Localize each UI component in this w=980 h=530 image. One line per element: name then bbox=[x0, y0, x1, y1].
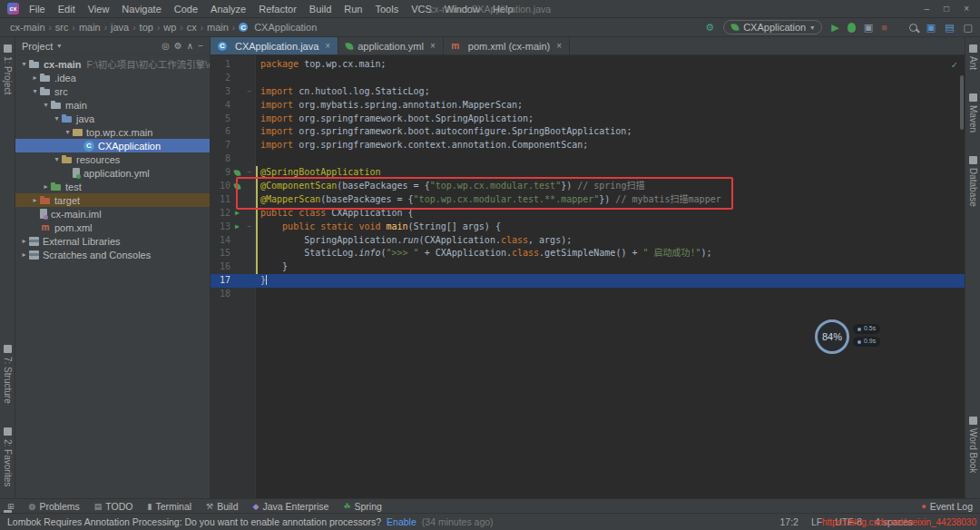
line-number[interactable]: 6 bbox=[211, 125, 230, 139]
line-number[interactable]: 2 bbox=[211, 72, 230, 85]
coverage-icon[interactable]: ▣ bbox=[864, 23, 873, 33]
menu-tools[interactable]: Tools bbox=[368, 3, 405, 15]
search-icon[interactable] bbox=[909, 24, 917, 32]
tool-window-button-todo[interactable]: ▤TODO bbox=[94, 501, 133, 512]
tool-stripe-button-word-book[interactable]: Word Book bbox=[968, 417, 978, 473]
project-panel-title[interactable]: Project bbox=[22, 41, 53, 52]
split-window-icon[interactable]: ▤ bbox=[945, 23, 954, 33]
line-number[interactable]: 5 bbox=[211, 113, 230, 126]
line-ending[interactable]: LF bbox=[811, 516, 822, 527]
chevron-expanded-icon[interactable]: ▾ bbox=[30, 87, 40, 95]
fold-collapse-icon[interactable]: − bbox=[244, 221, 255, 234]
tab-pom-xml-cx-main[interactable]: mpom.xml (cx-main)× bbox=[444, 37, 570, 54]
tab-application-yml[interactable]: application.yml× bbox=[338, 37, 444, 54]
tool-stripe-button-2-favorites[interactable]: 2: Favorites bbox=[3, 427, 13, 486]
breadcrumb-item-src[interactable]: src bbox=[53, 22, 72, 33]
breadcrumb-item-main[interactable]: main bbox=[204, 22, 231, 33]
run-icon[interactable]: ▶ bbox=[831, 23, 838, 33]
menu-run[interactable]: Run bbox=[338, 3, 368, 15]
tree-item-external-libraries[interactable]: ▸External Libraries bbox=[15, 234, 210, 248]
tool-window-button-terminal[interactable]: ▮Terminal bbox=[147, 501, 191, 512]
spring-bean-gutter-icon[interactable] bbox=[233, 170, 240, 177]
code-line-7[interactable]: 7import org.springframework.context.anno… bbox=[211, 139, 965, 152]
close-button[interactable]: × bbox=[964, 4, 969, 14]
tree-item-main[interactable]: ▾main bbox=[15, 98, 210, 112]
tool-window-switcher-icon[interactable]: ⊞ bbox=[7, 502, 15, 511]
tool-window-button-java-enterprise[interactable]: ◆Java Enterprise bbox=[253, 501, 329, 512]
close-tab-icon[interactable]: × bbox=[430, 41, 436, 51]
tree-item-cx-main-iml[interactable]: cx-main.iml bbox=[15, 207, 210, 221]
menu-analyze[interactable]: Analyze bbox=[204, 3, 252, 15]
run-config-select[interactable]: CXApplication ▾ bbox=[723, 20, 822, 34]
tree-item-top-wp-cx-main[interactable]: ▾top.wp.cx.main bbox=[15, 125, 210, 139]
line-number[interactable]: 12 bbox=[211, 207, 230, 221]
line-number[interactable]: 9 bbox=[211, 166, 230, 180]
locate-file-icon[interactable]: ◎ bbox=[162, 41, 170, 51]
line-number[interactable]: 3 bbox=[211, 85, 230, 99]
close-tab-icon[interactable]: × bbox=[556, 41, 562, 51]
fold-collapse-icon[interactable]: − bbox=[244, 85, 255, 99]
menu-refactor[interactable]: Refactor bbox=[252, 3, 303, 15]
tool-stripe-button-1-project[interactable]: 1: Project bbox=[3, 44, 13, 94]
breadcrumb-item-top[interactable]: top bbox=[137, 22, 156, 33]
chevron-expanded-icon[interactable]: ▾ bbox=[52, 114, 62, 123]
chevron-collapsed-icon[interactable]: ▸ bbox=[41, 182, 51, 191]
collapse-all-icon[interactable]: ∧ bbox=[187, 41, 193, 51]
line-number[interactable]: 14 bbox=[211, 234, 230, 248]
chevron-expanded-icon[interactable]: ▾ bbox=[63, 128, 73, 136]
line-number[interactable]: 15 bbox=[211, 247, 230, 260]
code-line-1[interactable]: 1package top.wp.cx.main; bbox=[211, 58, 965, 72]
menu-code[interactable]: Code bbox=[168, 3, 204, 15]
settings-gear-icon[interactable]: ⚙ bbox=[174, 41, 182, 51]
line-number[interactable]: 1 bbox=[211, 58, 230, 72]
line-number[interactable]: 17 bbox=[211, 274, 230, 288]
line-number[interactable]: 16 bbox=[211, 260, 230, 274]
breadcrumb-item-cxapplication[interactable]: CCXApplication bbox=[236, 22, 319, 33]
tool-stripe-button-7-structure[interactable]: 7: Structure bbox=[3, 345, 13, 404]
code-line-17[interactable]: 17} bbox=[211, 274, 965, 288]
line-number[interactable]: 18 bbox=[211, 288, 230, 301]
debug-icon[interactable] bbox=[848, 23, 856, 33]
chevron-collapsed-icon[interactable]: ▸ bbox=[19, 250, 29, 259]
close-tab-icon[interactable]: × bbox=[325, 41, 330, 51]
code-line-8[interactable]: 8 bbox=[211, 152, 965, 166]
tree-item-resources[interactable]: ▾resources bbox=[15, 152, 210, 166]
breadcrumb-item-main[interactable]: main bbox=[76, 22, 103, 33]
minimize-button[interactable]: – bbox=[925, 4, 930, 14]
chevron-collapsed-icon[interactable]: ▸ bbox=[30, 74, 40, 82]
chevron-collapsed-icon[interactable]: ▸ bbox=[19, 237, 29, 245]
code-line-4[interactable]: 4import org.mybatis.spring.annotation.Ma… bbox=[211, 99, 965, 113]
chevron-expanded-icon[interactable]: ▾ bbox=[19, 60, 29, 68]
code-line-6[interactable]: 6import org.springframework.boot.autocon… bbox=[211, 125, 965, 139]
breadcrumb-item-cx[interactable]: cx bbox=[184, 22, 200, 33]
window-grid-icon[interactable]: ▢ bbox=[964, 23, 973, 33]
tree-item-application-yml[interactable]: application.yml bbox=[15, 166, 210, 180]
enable-link[interactable]: Enable bbox=[387, 516, 416, 527]
tree-item-pom-xml[interactable]: mpom.xml bbox=[15, 221, 210, 234]
code-line-13[interactable]: 13▶− public static void main(String[] ar… bbox=[211, 221, 965, 234]
tool-window-button-problems[interactable]: ◍Problems bbox=[29, 501, 80, 512]
tree-item-cxapplication[interactable]: CCXApplication bbox=[15, 139, 210, 152]
code-line-5[interactable]: 5import org.springframework.boot.SpringA… bbox=[211, 113, 965, 126]
hide-panel-icon[interactable]: − bbox=[198, 41, 203, 51]
editor-scrollbar[interactable] bbox=[960, 75, 964, 130]
tree-item-cx-main[interactable]: ▾cx-mainF:\初心项目\初心工作流引擎\cx-main bbox=[15, 57, 210, 71]
caret-position[interactable]: 17:2 bbox=[780, 516, 799, 527]
tool-window-button-event-log[interactable]: ●Event Log bbox=[921, 501, 973, 512]
menu-build[interactable]: Build bbox=[303, 3, 338, 15]
tree-item-target[interactable]: ▸target bbox=[15, 193, 210, 207]
tool-window-button-build[interactable]: ⚒Build bbox=[206, 501, 238, 512]
inspection-ok-icon[interactable]: ✓ bbox=[951, 59, 957, 73]
maximize-button[interactable]: □ bbox=[944, 4, 949, 14]
chevron-expanded-icon[interactable]: ▾ bbox=[52, 155, 62, 163]
code-line-18[interactable]: 18 bbox=[211, 288, 965, 301]
chevron-down-icon[interactable]: ▾ bbox=[57, 42, 61, 50]
tree-item-idea[interactable]: ▸.idea bbox=[15, 71, 210, 84]
run-gutter-icon[interactable]: ▶ bbox=[235, 221, 240, 234]
code-line-15[interactable]: 15 StaticLog.info(">>> " + CXApplication… bbox=[211, 247, 965, 260]
menu-view[interactable]: View bbox=[82, 3, 116, 15]
tree-item-test[interactable]: ▸test bbox=[15, 180, 210, 193]
line-number[interactable]: 8 bbox=[211, 152, 230, 166]
line-number[interactable]: 4 bbox=[211, 99, 230, 113]
line-number[interactable]: 10 bbox=[211, 180, 230, 193]
